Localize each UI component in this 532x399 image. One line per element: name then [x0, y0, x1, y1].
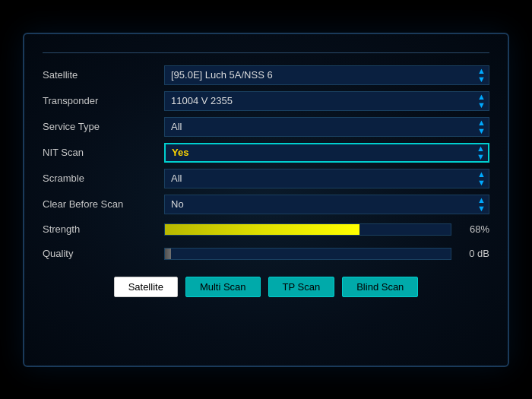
row-scramble: ScrambleAll▲▼: [43, 167, 489, 190]
value-text-satellite: [95.0E] Luch 5A/NSS 6: [171, 69, 273, 81]
action-buttons: SatelliteMulti ScanTP ScanBlind Scan: [43, 277, 489, 297]
value-box-transponder[interactable]: 11004 V 2355▲▼: [164, 91, 489, 111]
multi-scan-btn[interactable]: Multi Scan: [185, 277, 261, 297]
bar-fill-quality: [165, 249, 171, 259]
label-satellite: Satellite: [43, 69, 164, 81]
arrow-icon-clear-before-scan: ▲▼: [477, 196, 486, 213]
screen-title: [43, 48, 489, 53]
arrow-icon-transponder: ▲▼: [477, 93, 486, 109]
satellite-btn[interactable]: Satellite: [114, 277, 178, 297]
row-transponder: Transponder11004 V 2355▲▼: [43, 90, 489, 112]
label-service-type: Service Type: [43, 121, 164, 132]
blind-scan-btn[interactable]: Blind Scan: [342, 277, 418, 297]
arrow-icon-satellite: ▲▼: [477, 67, 486, 84]
bar-percent-strength: 68%: [459, 223, 489, 235]
bar-percent-quality: 0 dB: [459, 248, 489, 259]
value-box-clear-before-scan[interactable]: No▲▼: [164, 195, 489, 214]
value-text-nit-scan: Yes: [172, 147, 188, 158]
value-box-scramble[interactable]: All▲▼: [164, 169, 489, 188]
label-scramble: Scramble: [43, 173, 164, 184]
value-box-service-type[interactable]: All▲▼: [164, 117, 489, 137]
label-clear-before-scan: Clear Before Scan: [43, 198, 164, 210]
value-text-clear-before-scan: No: [171, 198, 184, 210]
bar-label-quality: Quality: [43, 248, 164, 259]
value-text-transponder: 11004 V 2355: [171, 95, 233, 106]
arrow-icon-nit-scan: ▲▼: [477, 144, 485, 161]
bar-row-quality: Quality0 dB: [43, 243, 489, 264]
bar-row-strength: Strength68%: [43, 219, 489, 240]
bar-fill-strength: [165, 224, 359, 235]
row-clear-before-scan: Clear Before ScanNo▲▼: [43, 193, 489, 216]
bar-label-strength: Strength: [43, 223, 164, 235]
value-box-nit-scan[interactable]: Yes▲▼: [164, 143, 489, 163]
bar-container-strength: [164, 223, 451, 236]
bar-container-quality: [164, 248, 451, 260]
label-nit-scan: NIT Scan: [43, 147, 164, 158]
value-text-service-type: All: [171, 121, 182, 132]
tp-scan-btn[interactable]: TP Scan: [268, 277, 335, 297]
label-transponder: Transponder: [43, 95, 164, 106]
value-box-satellite[interactable]: [95.0E] Luch 5A/NSS 6▲▼: [164, 65, 489, 85]
arrow-icon-service-type: ▲▼: [477, 119, 486, 135]
settings-rows: Satellite[95.0E] Luch 5A/NSS 6▲▼Transpon…: [43, 64, 489, 264]
value-text-scramble: All: [171, 173, 182, 184]
row-nit-scan: NIT ScanYes▲▼: [43, 141, 489, 164]
row-satellite: Satellite[95.0E] Luch 5A/NSS 6▲▼: [43, 64, 489, 87]
arrow-icon-scramble: ▲▼: [477, 170, 486, 187]
row-service-type: Service TypeAll▲▼: [43, 116, 489, 138]
satellite-search-screen: Satellite[95.0E] Luch 5A/NSS 6▲▼Transpon…: [23, 33, 509, 367]
